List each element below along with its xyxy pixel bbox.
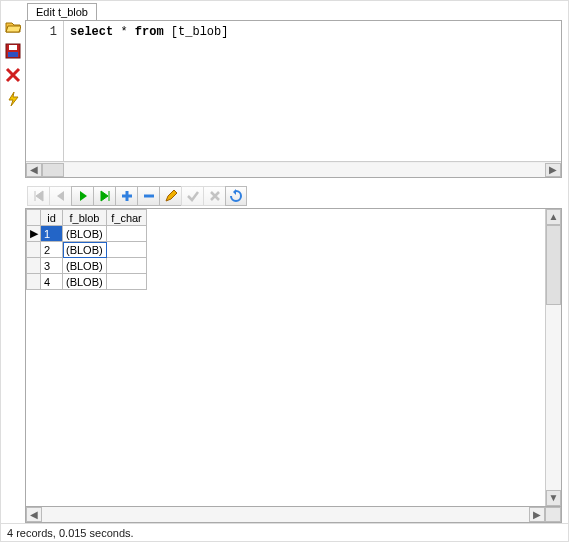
execute-icon[interactable] (5, 91, 21, 109)
sql-text: [t_blob] (164, 25, 229, 39)
chevron-right-icon: ▶ (533, 510, 541, 520)
cancel-button[interactable] (203, 186, 225, 206)
cell-id[interactable]: 2 (41, 242, 63, 258)
first-record-button[interactable] (27, 186, 49, 206)
scroll-thumb[interactable] (546, 225, 561, 305)
editor-hscrollbar[interactable]: ◀ ▶ (26, 161, 561, 177)
open-icon[interactable] (5, 19, 21, 37)
delete-icon[interactable] (5, 67, 21, 85)
grid-hscrollbar[interactable]: ◀ ▶ (25, 507, 562, 523)
status-bar: 4 records, 0.015 seconds. (1, 523, 568, 541)
tab-edit-tblob[interactable]: Edit t_blob (27, 3, 97, 20)
results-grid: id f_blob f_char ▶ 1 (BLOB) 2 (BLOB) (25, 208, 562, 507)
edit-record-button[interactable] (159, 186, 181, 206)
chevron-down-icon: ▼ (549, 493, 559, 503)
table-row[interactable]: 2 (BLOB) (27, 242, 147, 258)
grid-table[interactable]: id f_blob f_char ▶ 1 (BLOB) 2 (BLOB) (26, 209, 147, 290)
sql-keyword: select (70, 25, 113, 39)
chevron-left-icon: ◀ (30, 510, 38, 520)
sql-keyword: from (135, 25, 164, 39)
next-record-button[interactable] (71, 186, 93, 206)
col-header-fchar[interactable]: f_char (107, 210, 147, 226)
editor-code[interactable]: select * from [t_blob] (64, 21, 561, 161)
chevron-up-icon: ▲ (549, 212, 559, 222)
scroll-thumb[interactable] (42, 163, 64, 177)
sql-text: * (113, 25, 135, 39)
table-row[interactable]: 4 (BLOB) (27, 274, 147, 290)
delete-record-button[interactable] (137, 186, 159, 206)
cell-fblob[interactable]: (BLOB) (63, 258, 107, 274)
refresh-button[interactable] (225, 186, 247, 206)
cell-fblob[interactable]: (BLOB) (63, 226, 107, 242)
last-record-button[interactable] (93, 186, 115, 206)
table-row[interactable]: 3 (BLOB) (27, 258, 147, 274)
prev-record-button[interactable] (49, 186, 71, 206)
svg-rect-1 (9, 45, 17, 50)
save-icon[interactable] (5, 43, 21, 61)
cell-fblob[interactable]: (BLOB) (63, 274, 107, 290)
chevron-left-icon: ◀ (30, 165, 38, 175)
row-marker-icon (27, 242, 41, 258)
grid-vscrollbar[interactable]: ▲ ▼ (545, 209, 561, 506)
cell-fchar[interactable] (107, 274, 147, 290)
cell-fchar[interactable] (107, 226, 147, 242)
chevron-right-icon: ▶ (549, 165, 557, 175)
side-toolbar (1, 1, 25, 523)
insert-record-button[interactable] (115, 186, 137, 206)
row-marker-icon: ▶ (27, 226, 41, 242)
row-marker-icon (27, 258, 41, 274)
col-header-fblob[interactable]: f_blob (63, 210, 107, 226)
post-button[interactable] (181, 186, 203, 206)
cell-id[interactable]: 4 (41, 274, 63, 290)
row-marker-icon (27, 274, 41, 290)
status-text: 4 records, 0.015 seconds. (7, 527, 134, 539)
cell-fblob[interactable]: (BLOB) (63, 242, 107, 258)
svg-rect-2 (8, 52, 18, 57)
editor-gutter: 1 (26, 21, 64, 161)
table-row[interactable]: ▶ 1 (BLOB) (27, 226, 147, 242)
cell-fchar[interactable] (107, 242, 147, 258)
grid-nav-toolbar (25, 184, 562, 208)
row-header-blank (27, 210, 41, 226)
col-header-id[interactable]: id (41, 210, 63, 226)
cell-fchar[interactable] (107, 258, 147, 274)
sql-editor: 1 select * from [t_blob] ◀ ▶ (25, 20, 562, 178)
cell-id[interactable]: 1 (41, 226, 63, 242)
cell-id[interactable]: 3 (41, 258, 63, 274)
